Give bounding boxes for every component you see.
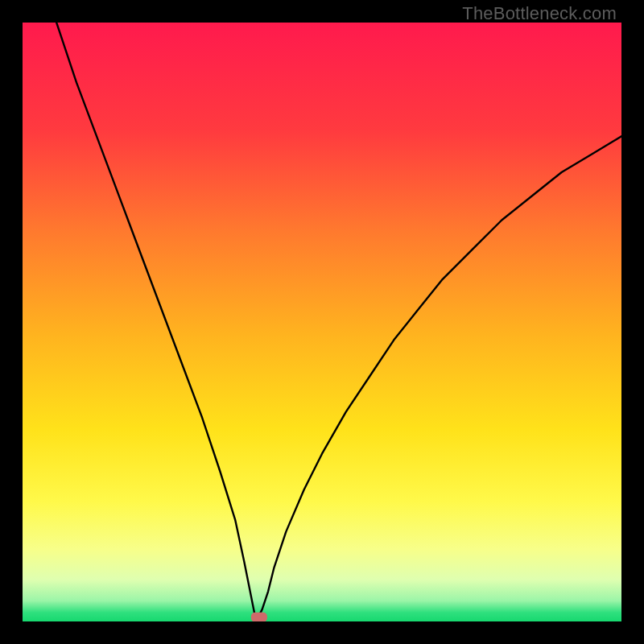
minimum-marker — [251, 613, 267, 621]
chart-frame — [23, 23, 621, 621]
gradient-background — [23, 23, 621, 621]
watermark-text: TheBottleneck.com — [462, 3, 617, 24]
bottleneck-chart — [23, 23, 621, 621]
